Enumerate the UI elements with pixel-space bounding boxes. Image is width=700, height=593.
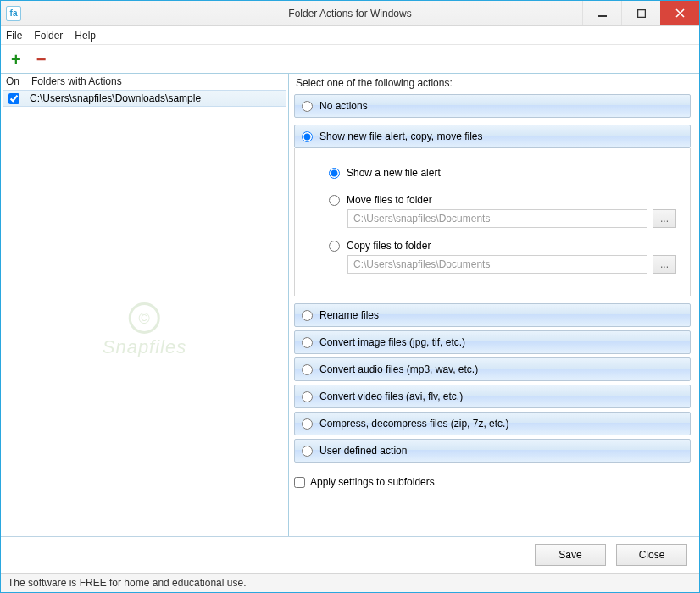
option-convert-audio-label: Convert audio files (mp3, wav, etc.) [319, 363, 478, 375]
footer-buttons: Save Close [1, 536, 699, 573]
column-on: On [6, 75, 31, 89]
option-rename-radio[interactable] [302, 310, 313, 321]
status-bar: The software is FREE for home and educat… [1, 573, 699, 592]
close-button[interactable] [660, 1, 699, 25]
save-button[interactable]: Save [535, 544, 606, 566]
subopt-show-alert-label: Show a new file alert [347, 167, 441, 179]
option-user-defined-label: User defined action [319, 445, 407, 457]
menu-help[interactable]: Help [75, 30, 96, 42]
toolbar: + − [1, 45, 699, 74]
folders-header: On Folders with Actions [1, 74, 288, 89]
option-no-actions-label: No actions [319, 100, 368, 112]
option-convert-video-label: Convert video files (avi, flv, etc.) [319, 391, 463, 402]
option-rename[interactable]: Rename files [294, 303, 691, 327]
subopt-copy-radio[interactable] [329, 241, 340, 252]
menu-file[interactable]: File [6, 30, 22, 42]
minimize-button[interactable] [582, 1, 621, 25]
column-folders: Folders with Actions [31, 75, 122, 89]
option-alert-copy-move[interactable]: Show new file alert, copy, move files [294, 125, 691, 148]
option-convert-image-radio[interactable] [302, 337, 313, 348]
svg-point-2 [130, 303, 158, 332]
folders-panel: On Folders with Actions C:\Users\snapfil… [1, 74, 289, 536]
close-app-button[interactable]: Close [616, 544, 687, 566]
option-no-actions-radio[interactable] [302, 101, 313, 112]
add-folder-button[interactable]: + [11, 51, 21, 68]
option-rename-label: Rename files [319, 309, 379, 321]
move-path-input[interactable] [347, 209, 647, 228]
option-convert-video[interactable]: Convert video files (avi, flv, etc.) [294, 385, 691, 408]
browse-copy-button[interactable]: ... [653, 255, 676, 274]
select-action-label: Select one of the following actions: [296, 77, 691, 89]
main-area: On Folders with Actions C:\Users\snapfil… [1, 74, 699, 536]
option-alert-copy-move-radio[interactable] [302, 131, 313, 142]
option-alert-copy-move-label: Show new file alert, copy, move files [319, 130, 483, 142]
option-user-defined-radio[interactable] [302, 446, 313, 457]
option-user-defined[interactable]: User defined action [294, 439, 691, 463]
app-icon: fa [6, 6, 21, 21]
watermark: © Snapfiles [103, 301, 187, 358]
titlebar: fa Folder Actions for Windows [1, 1, 699, 26]
apply-subfolders-row: Apply settings to subfolders [294, 476, 691, 488]
subopt-move-label: Move files to folder [347, 194, 432, 206]
apply-subfolders-checkbox[interactable] [294, 477, 305, 488]
copy-path-input[interactable] [347, 255, 647, 274]
subopt-show-alert-radio[interactable] [329, 168, 340, 179]
option-compress-label: Compress, decompress files (zip, 7z, etc… [319, 418, 508, 430]
copy-path-row: ... [347, 255, 676, 274]
alert-sub-panel: Show a new file alert Move files to fold… [294, 148, 691, 296]
svg-text:©: © [139, 310, 150, 327]
subopt-show-alert[interactable]: Show a new file alert [329, 167, 676, 179]
apply-subfolders-label: Apply settings to subfolders [310, 476, 435, 488]
menu-folder[interactable]: Folder [34, 30, 63, 42]
actions-panel: Select one of the following actions: No … [289, 74, 699, 536]
folder-path: C:\Users\snapfiles\Downloads\sample [30, 92, 201, 104]
subopt-copy[interactable]: Copy files to folder [329, 240, 676, 252]
list-item[interactable]: C:\Users\snapfiles\Downloads\sample [3, 90, 286, 107]
remove-folder-button[interactable]: − [36, 51, 47, 68]
browse-move-button[interactable]: ... [653, 209, 676, 228]
folder-enabled-checkbox[interactable] [8, 93, 19, 104]
subopt-move[interactable]: Move files to folder [329, 194, 676, 206]
svg-rect-0 [598, 15, 607, 17]
option-convert-video-radio[interactable] [302, 391, 313, 402]
maximize-button[interactable] [621, 1, 660, 25]
option-compress[interactable]: Compress, decompress files (zip, 7z, etc… [294, 412, 691, 435]
option-compress-radio[interactable] [302, 418, 313, 430]
option-convert-audio[interactable]: Convert audio files (mp3, wav, etc.) [294, 357, 691, 381]
subopt-copy-label: Copy files to folder [347, 240, 431, 252]
svg-rect-1 [637, 9, 645, 17]
option-convert-image-label: Convert image files (jpg, tif, etc.) [319, 336, 465, 348]
option-no-actions[interactable]: No actions [294, 94, 691, 118]
move-path-row: ... [347, 209, 676, 228]
subopt-move-radio[interactable] [329, 195, 340, 206]
option-convert-image[interactable]: Convert image files (jpg, tif, etc.) [294, 330, 691, 354]
folders-list: C:\Users\snapfiles\Downloads\sample © Sn… [1, 89, 288, 536]
window-controls [582, 1, 699, 25]
menubar: File Folder Help [1, 26, 699, 45]
option-convert-audio-radio[interactable] [302, 364, 313, 375]
